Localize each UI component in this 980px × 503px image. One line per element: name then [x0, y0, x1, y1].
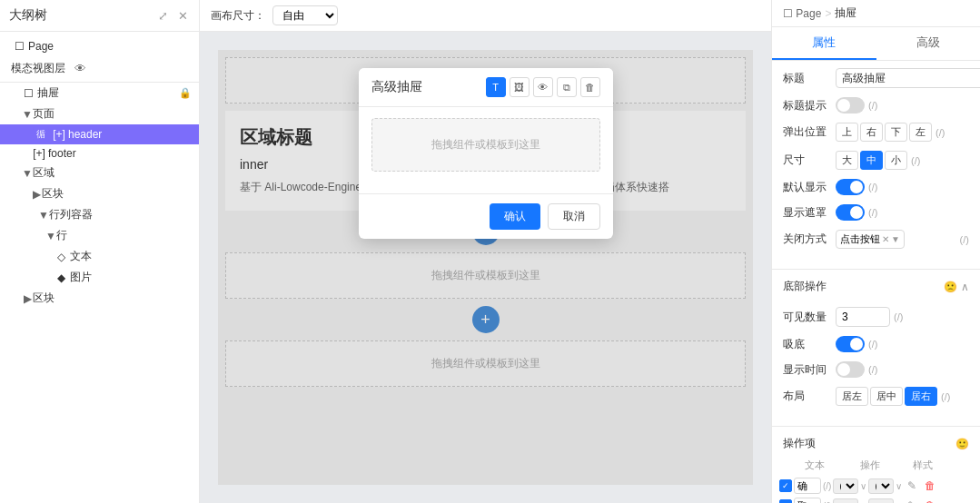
close-icon[interactable]: ✕ — [175, 8, 190, 23]
op-table-header: 文本 操作 样式 — [779, 457, 973, 474]
prop-row-layout: 布局 居左 居中 居右 (/) — [783, 387, 969, 406]
close-x-icon[interactable]: ✕ — [882, 234, 889, 244]
size-btn-small[interactable]: 小 — [885, 151, 907, 170]
modal-drop-zone[interactable]: 拖拽组件或模板到这里 — [371, 118, 600, 172]
canvas-size-select[interactable]: 自由 — [272, 5, 338, 25]
prop-row-size: 尺寸 大 中 小 (/) — [783, 151, 969, 170]
modal-icon-copy[interactable]: ⧉ — [557, 77, 577, 97]
ops-emoji-icon: 🙂 — [955, 438, 969, 450]
prop-link-sticky-bottom[interactable]: (/) — [868, 339, 877, 350]
cancel-button[interactable]: 取消 — [548, 203, 600, 230]
op-delete-icon-2[interactable]: 🗑 — [922, 498, 938, 503]
prop-link-visible-count[interactable]: (/) — [894, 311, 903, 322]
op-style-select-2[interactable]: (/) — [868, 498, 894, 504]
tree-node-region[interactable]: ▼ 区域 — [0, 163, 199, 183]
pos-btn-top[interactable]: 上 — [836, 123, 858, 142]
prop-link-layout[interactable]: (/) — [941, 391, 950, 402]
prop-row-title: 标题 (/) — [783, 68, 969, 88]
op-checkbox-2[interactable]: ✓ — [779, 499, 792, 503]
canvas-area: 拖拽组件或模板到这里 区域标题 inner 基于 Ali-Lowcode-Eng… — [200, 32, 771, 503]
modal-icon-text[interactable]: T — [486, 77, 506, 97]
close-select: 点击按钮 ✕ ▼ — [836, 230, 956, 249]
tree-node-block2[interactable]: ▶ 区块 — [0, 288, 199, 309]
op-action-select-2[interactable]: (/) — [833, 498, 858, 504]
op-text-input-2[interactable] — [794, 498, 821, 503]
pos-btn-right[interactable]: 右 — [860, 123, 883, 142]
prop-section-bottom-ops: 可见数量 (/) 吸底 (/) 显示时间 (/) 布局 — [772, 300, 980, 422]
mode-view-label: 模态视图层 — [7, 59, 69, 78]
op-action-link-1[interactable]: ∨ — [860, 481, 866, 491]
operations-header-icons: 🙂 — [955, 438, 969, 450]
tree-node-text[interactable]: ◇ 文本 — [0, 246, 199, 267]
toggle-show-time[interactable] — [836, 361, 865, 378]
pos-btn-bottom[interactable]: 下 — [885, 123, 907, 142]
tree-node-page-node[interactable]: ▼ 页面 — [0, 104, 199, 124]
tab-properties[interactable]: 属性 — [772, 27, 876, 60]
prop-label-close-method: 关闭方式 — [783, 232, 830, 247]
modal-icon-eye[interactable]: 👁 — [533, 77, 553, 97]
op-style-select-1[interactable]: (/) — [868, 478, 894, 494]
op-edit-icon-2[interactable]: ✎ — [904, 498, 920, 503]
arrow-down3-icon: ▼ — [38, 210, 49, 221]
arrow-right2-icon: ▶ — [22, 293, 33, 304]
toggle-default-show[interactable] — [836, 179, 865, 195]
toggle-title-tooltip[interactable] — [836, 97, 865, 113]
eye-icon[interactable]: 👁 — [73, 62, 87, 76]
prop-row-visible-count: 可见数量 (/) — [783, 307, 969, 327]
prop-link-title-tooltip[interactable]: (/) — [868, 100, 877, 111]
loop-badge: 循 — [33, 127, 49, 142]
layout-btn-center[interactable]: 居中 — [870, 387, 903, 406]
lock-icon: 🔒 — [179, 87, 192, 99]
breadcrumb-sep: > — [825, 7, 831, 20]
op-action-select-1[interactable]: (/) — [833, 478, 858, 494]
tree-node-row[interactable]: ▼ 行 — [0, 225, 199, 246]
operations-table: 文本 操作 样式 ✓ (/) (/) ∨ (/) ∨ ✎ 🗑 ✓ (/) (/)… — [772, 457, 980, 503]
layout-btn-right[interactable]: 居右 — [905, 387, 937, 406]
tree-node-row-container[interactable]: ▼ 行列容器 — [0, 204, 199, 225]
right-tabs: 属性 高级 — [772, 27, 980, 61]
resize-icon[interactable]: ⤢ — [155, 8, 170, 23]
prop-link-show-mask[interactable]: (/) — [868, 207, 877, 218]
close-chevron-icon[interactable]: ▼ — [891, 234, 900, 244]
page-canvas: 拖拽组件或模板到这里 区域标题 inner 基于 Ali-Lowcode-Eng… — [218, 50, 753, 485]
size-btn-large[interactable]: 大 — [836, 151, 858, 170]
toggle-sticky-bottom[interactable] — [836, 336, 865, 352]
confirm-button[interactable]: 确认 — [490, 203, 540, 230]
prop-input-visible-count[interactable] — [836, 307, 890, 327]
op-style-link-1[interactable]: ∨ — [896, 481, 902, 491]
op-link-1[interactable]: (/) — [823, 481, 831, 491]
prop-link-close-method[interactable]: (/) — [960, 234, 969, 245]
position-buttons: 上 右 下 左 — [836, 123, 932, 142]
op-edit-icon-1[interactable]: ✎ — [904, 478, 920, 494]
pos-btn-left[interactable]: 左 — [909, 123, 932, 142]
tree-node-image[interactable]: ◆ 图片 — [0, 267, 199, 288]
tree-node-block1[interactable]: ▶ 区块 — [0, 183, 199, 204]
prop-link-pop-position[interactable]: (/) — [935, 127, 945, 138]
tree-node-page[interactable]: ☐ Page — [0, 37, 199, 55]
prop-row-show-time: 显示时间 (/) — [783, 361, 969, 378]
layout-btn-left[interactable]: 居左 — [836, 387, 868, 406]
modal-icon-image[interactable]: 🖼 — [510, 77, 530, 97]
tree-node-footer[interactable]: [+] footer — [0, 144, 199, 163]
prop-link-size[interactable]: (/) — [911, 155, 920, 166]
op-checkbox-1[interactable]: ✓ — [779, 479, 792, 492]
prop-input-title[interactable] — [836, 68, 980, 88]
modal-icon-delete[interactable]: 🗑 — [580, 77, 600, 97]
middle-panel: 画布尺寸： 自由 拖拽组件或模板到这里 区域标题 inner 基于 Ali-Lo… — [200, 0, 771, 503]
prop-value-default-show: (/) — [836, 179, 969, 195]
tab-advanced[interactable]: 高级 — [876, 27, 981, 60]
tree-node-header[interactable]: 循 [+] header — [0, 124, 199, 144]
close-select-box[interactable]: 点击按钮 ✕ ▼ — [836, 230, 905, 249]
chevron-up-icon[interactable]: ∧ — [961, 281, 969, 293]
prop-row-pop-position: 弹出位置 上 右 下 左 (/) — [783, 123, 969, 142]
toggle-show-mask[interactable] — [836, 204, 865, 221]
op-text-input-1[interactable] — [794, 478, 821, 494]
size-btn-medium[interactable]: 中 — [860, 151, 883, 170]
prop-value-show-time: (/) — [836, 361, 969, 378]
op-delete-icon-1[interactable]: 🗑 — [922, 478, 938, 494]
modal-body: 拖拽组件或模板到这里 — [359, 107, 613, 193]
prop-link-default-show[interactable]: (/) — [868, 182, 877, 192]
op-header-style: 样式 — [906, 459, 940, 472]
prop-link-show-time[interactable]: (/) — [868, 364, 877, 375]
tree-node-drawer[interactable]: ☐ 抽屉 🔒 — [0, 83, 199, 104]
